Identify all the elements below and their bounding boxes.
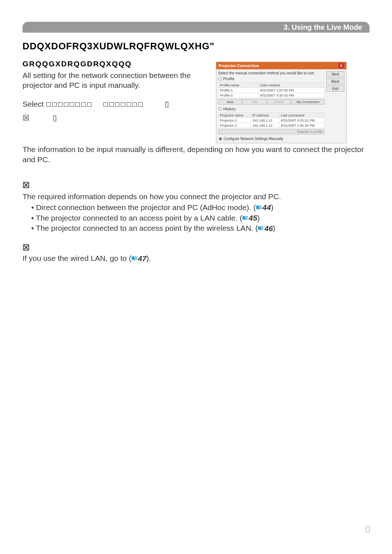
page-ref: 46 (258, 223, 273, 234)
header-section-label: 3. Using the Live Mode (283, 23, 362, 32)
info-paragraph: The information to be input manually is … (23, 144, 369, 165)
table-row: Projector-2192.168.1.118/31/2007 4:33:31… (219, 118, 324, 123)
subsection-title: GRQQGXDRQGDRQXQQQ (23, 59, 132, 68)
page-ref: 47 (131, 254, 146, 263)
marker-glyph-line2: ☒ (23, 114, 29, 122)
book-icon (131, 256, 137, 261)
radio-icon (219, 137, 222, 141)
new-button: New (218, 99, 242, 104)
table-row: Projector-1192.168.1.108/31/2007 1:56:34… (219, 123, 324, 128)
table-row: Profile-18/31/2007 1:57:00 PM (219, 88, 324, 93)
list-item: • The projector connected to an access p… (31, 213, 369, 223)
edit-button: Edit (242, 99, 266, 104)
wired-line: If you use the wired LAN, go to (47). (23, 254, 151, 263)
section-marker-wireless: ☒ (23, 181, 30, 190)
dialog-instruction: Select the manual connection method you … (218, 71, 324, 75)
wireless-bullet-list: • Direct connection between the projecto… (31, 202, 369, 234)
profile-table: Profile name Date created Profile-18/31/… (218, 82, 324, 98)
book-icon (258, 226, 264, 231)
book-icon (242, 216, 248, 221)
radio-profile: Profile (218, 77, 324, 81)
table-row: Profile-28/31/2007 4:30:42 PM (219, 93, 324, 98)
profile-button-row: New Edit Delete My Connection (218, 99, 324, 104)
screenshot-projector-connection: Projector Connection x Select the manual… (216, 62, 347, 143)
radio-manual: Configure Network Settings Manually (216, 136, 346, 143)
book-icon (256, 205, 262, 210)
close-icon: x (338, 63, 344, 68)
dialog-titlebar: Projector Connection x (216, 62, 346, 69)
history-table: Projector name IP address Last connected… (218, 112, 324, 128)
select-prefix: Select (23, 100, 44, 108)
intro-paragraph: All setting for the network connection b… (23, 70, 211, 90)
placeholder-line2: ▯ (53, 114, 57, 122)
next-button: Next (326, 71, 344, 77)
page-ref: 45 (242, 213, 257, 223)
placeholder-end: ▯ (165, 100, 169, 108)
list-item: • Direct connection between the projecto… (31, 202, 369, 213)
page-number-placeholder (366, 526, 369, 532)
dialog-title: Projector Connection (219, 63, 259, 68)
select-line: Select ▯ ☒ ▯ (23, 97, 211, 125)
my-connection-button: My Connection (291, 99, 324, 104)
section-title: DDQXDOFRQ3XUDWLRQFRQWLQXHG" (23, 41, 215, 52)
list-item: • The projector connected to an access p… (31, 223, 369, 234)
radio-history: History (218, 107, 324, 111)
back-button: Back (326, 78, 344, 85)
wireless-intro: The required information depends on how … (23, 192, 369, 202)
radio-icon (218, 107, 222, 111)
register-to-profile-label: Register to profile (218, 129, 324, 134)
delete-button: Delete (267, 99, 291, 104)
radio-icon (218, 77, 222, 81)
section-marker-wired: ☒ (23, 243, 30, 253)
header-bar: 3. Using the Live Mode (23, 22, 369, 33)
page-ref: 44 (256, 202, 271, 213)
exit-button: Exit (326, 86, 344, 92)
